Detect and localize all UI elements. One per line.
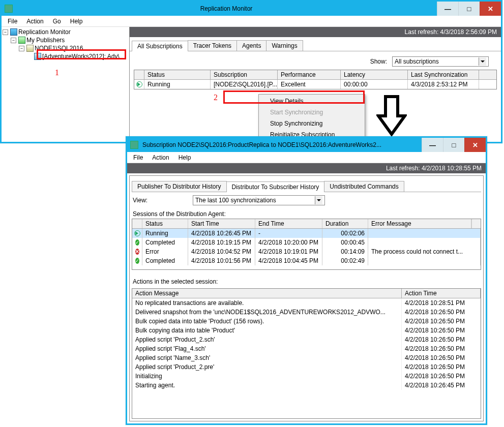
table-row[interactable]: ✓Completed4/2/2018 10:19:15 PM4/2/2018 1…: [132, 238, 481, 247]
cell-status: Error: [142, 247, 188, 256]
table-row[interactable]: Applied script 'Flag_4.sch'4/2/2018 10:2…: [132, 344, 481, 353]
table-row[interactable]: Delivered snapshot from the 'unc\NODE1$S…: [132, 308, 481, 317]
column-header-message[interactable]: Action Message: [132, 289, 402, 298]
minimize-button[interactable]: —: [437, 2, 458, 16]
tree-pane[interactable]: −Replication Monitor −My Publishers −NOD…: [2, 27, 130, 142]
window-title: Replication Monitor: [16, 5, 437, 12]
ctx-view-details[interactable]: View Details: [260, 96, 364, 107]
maximize-button[interactable]: □: [443, 138, 464, 152]
title-bar[interactable]: Replication Monitor — □ ✕: [2, 2, 501, 16]
table-row[interactable]: ✓Completed4/2/2018 10:01:56 PM4/2/2018 1…: [132, 256, 481, 265]
menu-file[interactable]: File: [129, 153, 147, 162]
tree-root[interactable]: −Replication Monitor: [3, 28, 128, 36]
cell-message: Bulk copied data into table 'Product' (1…: [132, 317, 402, 326]
column-header-duration[interactable]: Duration: [322, 219, 368, 228]
column-header-performance[interactable]: Performance: [278, 70, 341, 79]
tab-agents[interactable]: Agents: [236, 40, 266, 51]
cell-start: 4/2/2018 10:19:15 PM: [188, 238, 255, 247]
column-header-error[interactable]: Error Message: [368, 219, 471, 228]
show-dropdown[interactable]: All subscriptions: [392, 56, 489, 67]
table-row[interactable]: Running [NODE2\SQL2016].[P... Excellent …: [134, 80, 496, 89]
close-button[interactable]: ✕: [480, 2, 501, 16]
cell-time: 4/2/2018 10:26:50 PM: [402, 317, 481, 326]
cell-subscription: [NODE2\SQL2016].[P...: [211, 80, 278, 89]
ctx-start-sync[interactable]: Start Synchronizing: [260, 107, 364, 118]
table-row[interactable]: Bulk copied data into table 'Product' (1…: [132, 317, 481, 326]
tree-label: Replication Monitor: [18, 28, 71, 36]
running-icon: [134, 230, 140, 236]
tab-dist-to-sub[interactable]: Distributor To Subscriber History: [226, 181, 325, 192]
sessions-label: Sessions of the Distribution Agent:: [132, 208, 481, 219]
column-header-start[interactable]: Start Time: [188, 219, 255, 228]
column-header-subscription[interactable]: Subscription: [211, 70, 278, 79]
menu-help[interactable]: Help: [66, 17, 87, 26]
tab-pub-to-dist[interactable]: Publisher To Distributor History: [132, 181, 227, 192]
cell-start: 4/2/2018 10:01:56 PM: [188, 256, 255, 265]
expander-icon[interactable]: −: [3, 29, 8, 35]
arrow-annotation: [376, 95, 407, 138]
title-bar[interactable]: Subscription NODE2\SQL2016:ProductReplic…: [127, 138, 486, 152]
column-header-icon[interactable]: [134, 70, 144, 79]
tab-undistributed[interactable]: Undistributed Commands: [324, 181, 404, 192]
menu-action[interactable]: Action: [148, 153, 173, 162]
actions-label: Actions in the selected session:: [132, 276, 481, 286]
completed-icon: ✓: [135, 258, 139, 264]
column-header-status[interactable]: Status: [144, 70, 211, 79]
tree-server[interactable]: −NODE1\SQL2016: [3, 44, 128, 52]
chevron-down-icon[interactable]: [479, 57, 486, 66]
table-row[interactable]: Applied script 'Product_2.sch'4/2/2018 1…: [132, 335, 481, 344]
column-header-time[interactable]: Action Time: [402, 289, 481, 298]
view-dropdown[interactable]: The last 100 synchronizations: [193, 195, 325, 205]
menu-help[interactable]: Help: [174, 153, 195, 162]
cell-end: 4/2/2018 10:04:45 PM: [255, 256, 322, 265]
sessions-rows[interactable]: Running4/2/2018 10:26:45 PM-00:02:06✓Com…: [132, 229, 481, 269]
tree-publishers[interactable]: −My Publishers: [3, 36, 128, 44]
running-icon: [136, 81, 142, 87]
table-row[interactable]: Applied script 'Name_3.sch'4/2/2018 10:2…: [132, 353, 481, 362]
cell-time: 4/2/2018 10:26:50 PM: [402, 344, 481, 353]
history-tabs: Publisher To Distributor History Distrib…: [132, 178, 481, 192]
cell-message: Applied script 'Flag_4.sch': [132, 344, 402, 353]
cell-message: Applied script 'Product_2.pre': [132, 362, 402, 372]
cell-status: Completed: [142, 256, 188, 265]
close-button[interactable]: ✕: [464, 138, 486, 152]
menu-bar: File Action Help: [127, 152, 486, 163]
table-row[interactable]: Running4/2/2018 10:26:45 PM-00:02:06: [132, 229, 481, 238]
table-row[interactable]: No replicated transactions are available…: [132, 298, 481, 308]
table-row[interactable]: ✕Error4/2/2018 10:04:52 PM4/2/2018 10:19…: [132, 247, 481, 256]
table-row[interactable]: Initializing4/2/2018 10:26:50 PM: [132, 372, 481, 381]
cell-message: Delivered snapshot from the 'unc\NODE1$S…: [132, 308, 402, 317]
tab-all-subscriptions[interactable]: All Subscriptions: [132, 41, 188, 51]
status-icon-cell: ✕: [132, 247, 142, 256]
table-row[interactable]: Starting agent.4/2/2018 10:26:45 PM: [132, 381, 481, 390]
expander-icon[interactable]: −: [19, 46, 24, 51]
menu-file[interactable]: File: [4, 17, 21, 26]
actions-rows[interactable]: No replicated transactions are available…: [132, 298, 481, 418]
column-header-status[interactable]: Status: [142, 219, 188, 228]
menu-action[interactable]: Action: [22, 17, 47, 26]
menu-go[interactable]: Go: [49, 17, 65, 26]
chevron-down-icon[interactable]: [315, 196, 322, 204]
maximize-button[interactable]: □: [458, 2, 480, 16]
column-header-icon[interactable]: [132, 219, 142, 228]
status-icon-cell: [134, 80, 144, 89]
ctx-stop-sync[interactable]: Stop Synchronizing: [260, 118, 364, 129]
cell-status: Completed: [142, 238, 188, 247]
column-header-latency[interactable]: Latency: [341, 70, 408, 79]
subscription-detail-window: Subscription NODE2\SQL2016:ProductReplic…: [126, 136, 487, 425]
tab-warnings[interactable]: Warnings: [266, 40, 303, 51]
cell-time: 4/2/2018 10:26:45 PM: [402, 381, 481, 390]
table-row[interactable]: Applied script 'Product_2.pre'4/2/2018 1…: [132, 362, 481, 372]
annotation-label-1: 1: [55, 68, 59, 77]
column-header-last-sync[interactable]: Last Synchronization: [408, 70, 479, 79]
tab-tracer-tokens[interactable]: Tracer Tokens: [188, 40, 237, 51]
cell-duration: 00:14:09: [322, 247, 368, 256]
expander-icon[interactable]: −: [11, 38, 16, 43]
dropdown-value: The last 100 synchronizations: [195, 197, 276, 204]
table-row[interactable]: Bulk copying data into table 'Product'4/…: [132, 326, 481, 335]
cell-time: 4/2/2018 10:26:50 PM: [402, 335, 481, 344]
column-header-end[interactable]: End Time: [255, 219, 322, 228]
cell-duration: 00:00:45: [322, 238, 368, 247]
tree-publication[interactable]: [AdventureWorks2012]: Adv\: [3, 52, 128, 60]
minimize-button[interactable]: —: [422, 138, 443, 152]
